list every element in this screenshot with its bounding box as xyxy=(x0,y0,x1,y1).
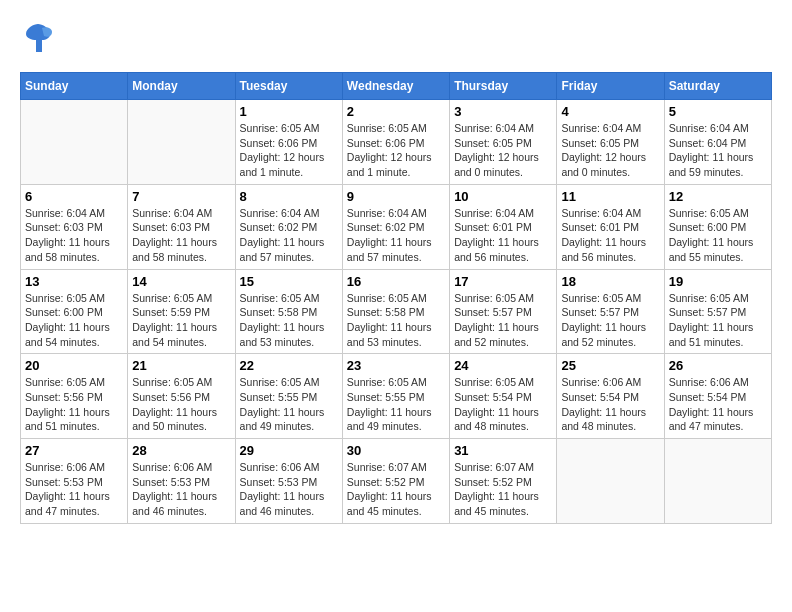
day-info: Sunrise: 6:05 AM Sunset: 6:06 PM Dayligh… xyxy=(347,121,445,180)
calendar-cell: 5Sunrise: 6:04 AM Sunset: 6:04 PM Daylig… xyxy=(664,100,771,185)
calendar-cell: 26Sunrise: 6:06 AM Sunset: 5:54 PM Dayli… xyxy=(664,354,771,439)
calendar-week-row: 27Sunrise: 6:06 AM Sunset: 5:53 PM Dayli… xyxy=(21,439,772,524)
day-info: Sunrise: 6:05 AM Sunset: 5:57 PM Dayligh… xyxy=(669,291,767,350)
calendar-cell: 19Sunrise: 6:05 AM Sunset: 5:57 PM Dayli… xyxy=(664,269,771,354)
calendar-cell: 17Sunrise: 6:05 AM Sunset: 5:57 PM Dayli… xyxy=(450,269,557,354)
calendar-week-row: 13Sunrise: 6:05 AM Sunset: 6:00 PM Dayli… xyxy=(21,269,772,354)
day-info: Sunrise: 6:04 AM Sunset: 6:05 PM Dayligh… xyxy=(561,121,659,180)
calendar-cell: 25Sunrise: 6:06 AM Sunset: 5:54 PM Dayli… xyxy=(557,354,664,439)
day-info: Sunrise: 6:05 AM Sunset: 6:00 PM Dayligh… xyxy=(25,291,123,350)
day-number: 16 xyxy=(347,274,445,289)
calendar-cell: 2Sunrise: 6:05 AM Sunset: 6:06 PM Daylig… xyxy=(342,100,449,185)
calendar-cell: 7Sunrise: 6:04 AM Sunset: 6:03 PM Daylig… xyxy=(128,184,235,269)
day-number: 3 xyxy=(454,104,552,119)
day-number: 12 xyxy=(669,189,767,204)
day-info: Sunrise: 6:06 AM Sunset: 5:53 PM Dayligh… xyxy=(240,460,338,519)
day-info: Sunrise: 6:04 AM Sunset: 6:01 PM Dayligh… xyxy=(454,206,552,265)
day-info: Sunrise: 6:06 AM Sunset: 5:53 PM Dayligh… xyxy=(25,460,123,519)
day-info: Sunrise: 6:05 AM Sunset: 5:58 PM Dayligh… xyxy=(347,291,445,350)
day-info: Sunrise: 6:05 AM Sunset: 5:58 PM Dayligh… xyxy=(240,291,338,350)
day-number: 15 xyxy=(240,274,338,289)
calendar-cell xyxy=(664,439,771,524)
day-info: Sunrise: 6:07 AM Sunset: 5:52 PM Dayligh… xyxy=(454,460,552,519)
day-number: 20 xyxy=(25,358,123,373)
day-info: Sunrise: 6:05 AM Sunset: 6:00 PM Dayligh… xyxy=(669,206,767,265)
day-number: 31 xyxy=(454,443,552,458)
weekday-header-sunday: Sunday xyxy=(21,73,128,100)
calendar-cell: 15Sunrise: 6:05 AM Sunset: 5:58 PM Dayli… xyxy=(235,269,342,354)
day-info: Sunrise: 6:05 AM Sunset: 5:54 PM Dayligh… xyxy=(454,375,552,434)
day-info: Sunrise: 6:04 AM Sunset: 6:05 PM Dayligh… xyxy=(454,121,552,180)
weekday-header-saturday: Saturday xyxy=(664,73,771,100)
calendar-cell: 18Sunrise: 6:05 AM Sunset: 5:57 PM Dayli… xyxy=(557,269,664,354)
day-number: 2 xyxy=(347,104,445,119)
day-info: Sunrise: 6:04 AM Sunset: 6:01 PM Dayligh… xyxy=(561,206,659,265)
calendar-cell: 16Sunrise: 6:05 AM Sunset: 5:58 PM Dayli… xyxy=(342,269,449,354)
calendar-cell: 10Sunrise: 6:04 AM Sunset: 6:01 PM Dayli… xyxy=(450,184,557,269)
calendar-cell: 6Sunrise: 6:04 AM Sunset: 6:03 PM Daylig… xyxy=(21,184,128,269)
logo xyxy=(20,20,60,62)
day-number: 25 xyxy=(561,358,659,373)
day-number: 4 xyxy=(561,104,659,119)
day-number: 7 xyxy=(132,189,230,204)
day-info: Sunrise: 6:07 AM Sunset: 5:52 PM Dayligh… xyxy=(347,460,445,519)
day-number: 11 xyxy=(561,189,659,204)
day-number: 26 xyxy=(669,358,767,373)
day-number: 13 xyxy=(25,274,123,289)
calendar-cell: 28Sunrise: 6:06 AM Sunset: 5:53 PM Dayli… xyxy=(128,439,235,524)
day-number: 10 xyxy=(454,189,552,204)
day-number: 19 xyxy=(669,274,767,289)
logo-icon xyxy=(20,20,56,62)
day-info: Sunrise: 6:04 AM Sunset: 6:02 PM Dayligh… xyxy=(240,206,338,265)
day-number: 24 xyxy=(454,358,552,373)
calendar-week-row: 20Sunrise: 6:05 AM Sunset: 5:56 PM Dayli… xyxy=(21,354,772,439)
calendar-cell: 29Sunrise: 6:06 AM Sunset: 5:53 PM Dayli… xyxy=(235,439,342,524)
day-number: 30 xyxy=(347,443,445,458)
day-number: 17 xyxy=(454,274,552,289)
calendar-cell: 21Sunrise: 6:05 AM Sunset: 5:56 PM Dayli… xyxy=(128,354,235,439)
calendar-cell: 24Sunrise: 6:05 AM Sunset: 5:54 PM Dayli… xyxy=(450,354,557,439)
weekday-header-thursday: Thursday xyxy=(450,73,557,100)
calendar-cell: 3Sunrise: 6:04 AM Sunset: 6:05 PM Daylig… xyxy=(450,100,557,185)
calendar-header-row: SundayMondayTuesdayWednesdayThursdayFrid… xyxy=(21,73,772,100)
day-info: Sunrise: 6:06 AM Sunset: 5:54 PM Dayligh… xyxy=(669,375,767,434)
day-number: 6 xyxy=(25,189,123,204)
calendar-cell xyxy=(557,439,664,524)
day-info: Sunrise: 6:04 AM Sunset: 6:02 PM Dayligh… xyxy=(347,206,445,265)
weekday-header-wednesday: Wednesday xyxy=(342,73,449,100)
calendar-cell: 23Sunrise: 6:05 AM Sunset: 5:55 PM Dayli… xyxy=(342,354,449,439)
day-info: Sunrise: 6:05 AM Sunset: 5:57 PM Dayligh… xyxy=(561,291,659,350)
page-header xyxy=(20,20,772,62)
day-number: 27 xyxy=(25,443,123,458)
day-info: Sunrise: 6:05 AM Sunset: 5:55 PM Dayligh… xyxy=(240,375,338,434)
day-info: Sunrise: 6:04 AM Sunset: 6:04 PM Dayligh… xyxy=(669,121,767,180)
calendar-cell xyxy=(21,100,128,185)
calendar-week-row: 6Sunrise: 6:04 AM Sunset: 6:03 PM Daylig… xyxy=(21,184,772,269)
calendar-cell: 13Sunrise: 6:05 AM Sunset: 6:00 PM Dayli… xyxy=(21,269,128,354)
day-info: Sunrise: 6:05 AM Sunset: 5:59 PM Dayligh… xyxy=(132,291,230,350)
calendar-cell: 12Sunrise: 6:05 AM Sunset: 6:00 PM Dayli… xyxy=(664,184,771,269)
day-number: 22 xyxy=(240,358,338,373)
calendar-cell: 1Sunrise: 6:05 AM Sunset: 6:06 PM Daylig… xyxy=(235,100,342,185)
day-number: 21 xyxy=(132,358,230,373)
calendar-table: SundayMondayTuesdayWednesdayThursdayFrid… xyxy=(20,72,772,524)
day-info: Sunrise: 6:05 AM Sunset: 5:57 PM Dayligh… xyxy=(454,291,552,350)
day-number: 23 xyxy=(347,358,445,373)
weekday-header-friday: Friday xyxy=(557,73,664,100)
calendar-cell: 11Sunrise: 6:04 AM Sunset: 6:01 PM Dayli… xyxy=(557,184,664,269)
weekday-header-tuesday: Tuesday xyxy=(235,73,342,100)
calendar-cell: 20Sunrise: 6:05 AM Sunset: 5:56 PM Dayli… xyxy=(21,354,128,439)
day-info: Sunrise: 6:05 AM Sunset: 6:06 PM Dayligh… xyxy=(240,121,338,180)
day-info: Sunrise: 6:05 AM Sunset: 5:55 PM Dayligh… xyxy=(347,375,445,434)
day-number: 14 xyxy=(132,274,230,289)
calendar-cell xyxy=(128,100,235,185)
calendar-cell: 4Sunrise: 6:04 AM Sunset: 6:05 PM Daylig… xyxy=(557,100,664,185)
calendar-cell: 22Sunrise: 6:05 AM Sunset: 5:55 PM Dayli… xyxy=(235,354,342,439)
calendar-cell: 27Sunrise: 6:06 AM Sunset: 5:53 PM Dayli… xyxy=(21,439,128,524)
day-info: Sunrise: 6:04 AM Sunset: 6:03 PM Dayligh… xyxy=(132,206,230,265)
calendar-cell: 31Sunrise: 6:07 AM Sunset: 5:52 PM Dayli… xyxy=(450,439,557,524)
day-number: 28 xyxy=(132,443,230,458)
calendar-cell: 8Sunrise: 6:04 AM Sunset: 6:02 PM Daylig… xyxy=(235,184,342,269)
weekday-header-monday: Monday xyxy=(128,73,235,100)
calendar-cell: 30Sunrise: 6:07 AM Sunset: 5:52 PM Dayli… xyxy=(342,439,449,524)
